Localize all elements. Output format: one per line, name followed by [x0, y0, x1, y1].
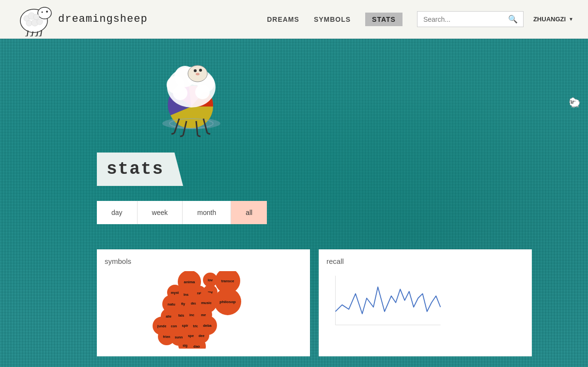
svg-text:transce: transce — [221, 279, 234, 283]
cards-row: symbols anima lov transce myst Ins rai m… — [97, 249, 532, 356]
svg-point-29 — [199, 69, 202, 72]
svg-point-14 — [33, 14, 39, 20]
svg-point-2 — [46, 11, 48, 13]
svg-line-35 — [171, 133, 174, 134]
user-name: ZHUANGZI — [533, 15, 566, 23]
svg-point-3 — [42, 11, 43, 13]
svg-line-38 — [207, 133, 210, 134]
user-menu[interactable]: ZHUANGZI ▼ — [533, 15, 573, 23]
svg-text:sunn: sunn — [175, 336, 183, 339]
svg-point-26 — [173, 86, 187, 100]
logo-sheep-icon — [15, 2, 53, 36]
svg-text:lov: lov — [208, 278, 213, 282]
symbols-bubble-chart: anima lov transce myst Ins rai my natu f… — [105, 271, 298, 349]
search-bar: 🔍 — [417, 11, 524, 27]
svg-text:dee: dee — [199, 334, 204, 337]
svg-point-28 — [194, 69, 197, 72]
svg-text:con: con — [171, 324, 177, 328]
symbols-card-title: symbols — [105, 257, 302, 265]
bubble-chart-svg: anima lov transce myst Ins rai my natu f… — [105, 271, 298, 349]
header: dreamingsheep DREAMS SYMBOLS STATS 🔍 ZHU… — [0, 0, 588, 39]
svg-point-17 — [37, 19, 43, 25]
svg-text:philosop: philosop — [219, 300, 235, 304]
pie-chart-sheep-svg — [140, 39, 237, 145]
svg-text:anima: anima — [184, 280, 195, 284]
search-icon[interactable]: 🔍 — [508, 15, 518, 24]
svg-text:Ins: Ins — [184, 293, 188, 296]
svg-point-25 — [195, 85, 210, 99]
svg-text:sig: sig — [183, 344, 187, 348]
svg-point-30 — [196, 73, 200, 76]
svg-text:spe: spe — [188, 334, 194, 338]
svg-text:inc: inc — [189, 313, 194, 317]
svg-text:natu: natu — [168, 302, 175, 306]
filter-week-button[interactable]: week — [138, 201, 183, 224]
chevron-down-icon: ▼ — [569, 16, 573, 22]
svg-text:tric: tric — [193, 324, 199, 328]
recall-card: recall — [319, 249, 532, 356]
recall-line-chart — [326, 271, 443, 334]
svg-text:deba: deba — [203, 323, 212, 328]
svg-text:fals: fals — [178, 314, 184, 317]
svg-text:fly: fly — [181, 302, 185, 306]
svg-line-7 — [41, 31, 42, 36]
filter-day-button[interactable]: day — [97, 201, 138, 224]
page-title: stats — [107, 159, 164, 179]
nav-stats[interactable]: STATS — [365, 13, 402, 26]
main-nav: DREAMS SYMBOLS STATS — [267, 13, 402, 26]
svg-text:dao: dao — [193, 344, 200, 349]
svg-text:music: music — [201, 301, 212, 305]
svg-text:(unde: (unde — [157, 324, 166, 328]
site-name: dreamingsheep — [58, 13, 148, 25]
stats-title-container: stats — [97, 153, 183, 186]
nav-symbols[interactable]: SYMBOLS — [314, 15, 351, 23]
filter-month-button[interactable]: month — [183, 201, 231, 224]
small-sheep-icon: 🐑 — [569, 97, 581, 108]
svg-line-37 — [198, 136, 201, 137]
svg-text:frien: frien — [163, 335, 170, 338]
main-content: 🐑 stats day week month all symbols anima… — [0, 39, 588, 367]
svg-line-36 — [180, 136, 183, 137]
stats-title-box: stats — [97, 153, 183, 186]
svg-text:spir: spir — [182, 324, 188, 328]
search-input[interactable] — [423, 15, 508, 23]
svg-point-15 — [26, 20, 32, 26]
sheep-pie-illustration — [140, 39, 237, 145]
filter-all-button[interactable]: all — [231, 201, 267, 224]
time-filter: day week month all — [97, 201, 267, 224]
svg-text:alie: alie — [166, 315, 171, 318]
recall-card-title: recall — [326, 257, 524, 265]
svg-text:myst: myst — [171, 291, 179, 295]
nav-dreams[interactable]: DREAMS — [267, 15, 299, 23]
symbols-card: symbols anima lov transce myst Ins rai m… — [97, 249, 310, 356]
logo-area[interactable]: dreamingsheep — [15, 2, 148, 36]
svg-point-1 — [38, 7, 51, 19]
